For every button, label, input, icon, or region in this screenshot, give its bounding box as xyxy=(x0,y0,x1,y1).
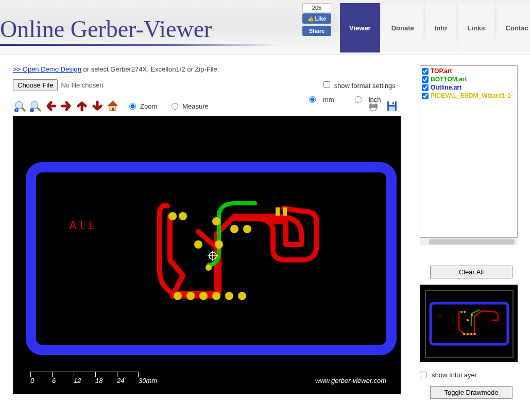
measure-mode-label: Measure xyxy=(182,102,209,110)
svg-point-47 xyxy=(474,333,476,335)
overview-thumbnail[interactable]: Ali xyxy=(420,285,518,362)
measure-mode-radio[interactable] xyxy=(172,103,178,110)
svg-rect-12 xyxy=(371,108,376,111)
unit-mm-label: mm xyxy=(323,96,334,103)
layer-checkbox[interactable] xyxy=(422,76,429,83)
format-settings-checkbox[interactable] xyxy=(323,81,330,88)
svg-point-28 xyxy=(186,292,195,300)
svg-point-27 xyxy=(174,292,182,300)
layer-name-label: PICEVAL_ESDM_Wizard1-1- xyxy=(431,92,513,99)
svg-point-20 xyxy=(179,212,187,220)
svg-point-19 xyxy=(168,212,177,220)
svg-rect-34 xyxy=(283,207,287,216)
watermark-text: www.gerber-viewer.com xyxy=(315,377,386,384)
fb-like-button[interactable]: 👍 Like xyxy=(302,13,331,24)
svg-point-32 xyxy=(238,292,246,300)
svg-rect-39 xyxy=(431,303,508,344)
arrow-right-icon[interactable] xyxy=(59,99,74,113)
svg-point-31 xyxy=(225,292,233,300)
svg-point-25 xyxy=(215,240,223,249)
zoom-mode-label: Zoom xyxy=(140,102,157,110)
layer-name-label: Outline.art xyxy=(431,84,461,91)
svg-rect-38 xyxy=(425,290,513,357)
svg-point-26 xyxy=(206,265,212,271)
svg-point-40 xyxy=(460,311,463,313)
svg-point-41 xyxy=(464,311,466,313)
unit-inch-radio[interactable] xyxy=(355,96,362,103)
pcb-silkscreen-text: Ali xyxy=(70,219,96,232)
layer-checkbox[interactable] xyxy=(422,84,429,91)
layer-checkbox[interactable] xyxy=(422,68,429,75)
svg-point-13 xyxy=(376,105,377,106)
toggle-drawmode-button[interactable]: Toggle Drawmode xyxy=(430,386,512,399)
home-icon[interactable] xyxy=(106,99,120,113)
svg-point-30 xyxy=(212,292,220,300)
svg-line-1 xyxy=(22,108,25,111)
svg-point-29 xyxy=(199,292,208,300)
arrow-left-icon[interactable] xyxy=(44,99,58,113)
layer-item[interactable]: Outline.art xyxy=(422,84,516,91)
left-column: >> Open Demo Design or select Gerber274X… xyxy=(13,65,409,399)
layer-name-label: TOP.art xyxy=(431,67,452,75)
layer-list[interactable]: TOP.artBOTTOM.artOutline.artPICEVAL_ESDM… xyxy=(420,65,518,238)
pcb-render: Ali xyxy=(13,116,401,394)
page-title: Online Gerber-Viewer xyxy=(0,15,212,43)
svg-text:Ali: Ali xyxy=(436,314,441,318)
layer-checkbox[interactable] xyxy=(422,93,429,99)
nav-item-donate[interactable]: Donate xyxy=(382,3,423,52)
svg-text:−: − xyxy=(31,107,33,112)
zoom-out-icon[interactable]: − xyxy=(28,99,43,113)
svg-rect-33 xyxy=(276,207,280,216)
choose-file-button[interactable]: Choose File xyxy=(13,79,58,91)
nav-item-links[interactable]: Links xyxy=(458,3,494,52)
clear-all-button[interactable]: Clear All xyxy=(430,266,512,278)
file-status-text: No file chosen xyxy=(61,81,103,89)
infolayer-label: show InfoLayer xyxy=(432,371,477,379)
layer-list-scrollbar[interactable] xyxy=(420,238,518,245)
format-settings-row: show format settings xyxy=(323,81,396,90)
nav-item-contac[interactable]: Contac xyxy=(497,3,530,52)
header: Online Gerber-Viewer 205 👍 Like Share Vi… xyxy=(0,0,530,55)
layer-item[interactable]: BOTTOM.art xyxy=(422,76,516,83)
open-description: or select Gerber274X, Excellon1/2 or Zip… xyxy=(81,65,219,73)
format-settings-label: show format settings xyxy=(334,82,396,90)
main-nav: ViewerDonateInfoLinksContac xyxy=(340,3,530,52)
layer-name-label: BOTTOM.art xyxy=(431,76,467,83)
arrow-down-icon[interactable] xyxy=(90,99,105,113)
right-column: TOP.artBOTTOM.artOutline.artPICEVAL_ESDM… xyxy=(420,65,523,399)
unit-inch-label: inch xyxy=(369,96,381,103)
arrow-up-icon[interactable] xyxy=(75,99,89,113)
svg-point-23 xyxy=(243,225,251,233)
fb-like-count: 205 xyxy=(302,3,331,12)
nav-item-info[interactable]: Info xyxy=(425,3,456,52)
unit-mm-radio[interactable] xyxy=(309,96,316,103)
svg-rect-9 xyxy=(112,108,114,111)
svg-point-22 xyxy=(230,225,238,233)
svg-line-5 xyxy=(37,108,41,111)
infolayer-checkbox[interactable] xyxy=(420,372,426,378)
open-demo-link[interactable]: >> Open Demo Design xyxy=(13,65,81,73)
svg-point-21 xyxy=(212,217,220,225)
layer-item[interactable]: PICEVAL_ESDM_Wizard1-1- xyxy=(422,92,516,99)
svg-point-46 xyxy=(470,333,472,335)
facebook-widget: 205 👍 Like Share xyxy=(302,3,332,38)
zoom-mode-radio[interactable] xyxy=(129,103,136,110)
svg-point-24 xyxy=(194,240,202,249)
open-row: >> Open Demo Design or select Gerber274X… xyxy=(13,65,409,73)
gerber-viewer-canvas[interactable]: Ali 0612182430mm www.gerber-viewer.com xyxy=(13,116,401,394)
mode-radios: Zoom Measure xyxy=(129,102,219,110)
infolayer-row: show InfoLayer xyxy=(420,371,523,379)
zoom-in-icon[interactable]: + xyxy=(13,99,27,113)
layer-item[interactable]: TOP.art xyxy=(422,67,516,75)
scale-ruler: 0612182430mm xyxy=(30,372,160,384)
units-row: mm inch xyxy=(309,96,397,103)
title-underline xyxy=(0,44,278,46)
fb-share-button[interactable]: Share xyxy=(302,26,331,36)
svg-point-44 xyxy=(463,333,465,335)
svg-point-43 xyxy=(467,319,469,321)
nav-item-viewer[interactable]: Viewer xyxy=(340,3,380,52)
svg-text:+: + xyxy=(15,108,18,112)
svg-point-45 xyxy=(467,333,469,335)
svg-point-42 xyxy=(471,314,473,316)
content-area: >> Open Demo Design or select Gerber274X… xyxy=(0,55,530,399)
